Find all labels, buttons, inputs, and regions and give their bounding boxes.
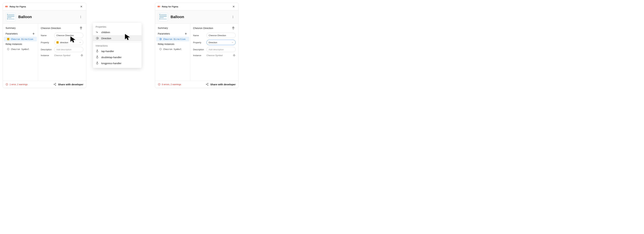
add-parameter-icon[interactable] bbox=[184, 32, 188, 35]
panel-footer: 0 errors, 2 warnings Share with develope… bbox=[155, 81, 238, 88]
component-title: Balloon bbox=[18, 15, 76, 19]
sidebar-parameters-label: Parameters bbox=[6, 32, 18, 35]
detail-title: Chevron Direction bbox=[193, 27, 213, 30]
sidebar-summary-label: Summary bbox=[158, 27, 168, 29]
relay-logo-icon bbox=[158, 6, 160, 8]
status-message[interactable]: 1 error, 2 warnings bbox=[6, 83, 28, 86]
sidebar: Summary Parameters Chevron Direction Rel… bbox=[155, 24, 190, 81]
property-select[interactable]: Direction bbox=[206, 40, 236, 45]
delete-icon[interactable] bbox=[79, 26, 83, 30]
share-button[interactable]: Share with developer bbox=[53, 83, 83, 86]
chevron-down-icon bbox=[79, 42, 81, 44]
close-icon[interactable] bbox=[231, 4, 236, 9]
description-field[interactable]: Add description bbox=[54, 47, 83, 52]
status-text: 1 error, 2 warnings bbox=[10, 83, 28, 86]
popover-heading-interactions: Interactions bbox=[93, 44, 142, 48]
sidebar-instances-label: Relay instances bbox=[158, 43, 174, 46]
panel-titlebar: Relay for Figma bbox=[3, 3, 86, 10]
sidebar-summary[interactable]: Summary bbox=[155, 25, 190, 31]
sidebar-parameters[interactable]: Parameters bbox=[155, 31, 190, 37]
popover-item-doubletap[interactable]: doubletap-handler bbox=[93, 54, 142, 60]
component-thumb-icon bbox=[6, 13, 16, 21]
app-title: Relay for Figma bbox=[162, 5, 178, 8]
svg-point-17 bbox=[234, 55, 234, 56]
chevron-down-icon bbox=[232, 42, 234, 44]
more-icon[interactable] bbox=[78, 14, 83, 19]
sidebar-parameters[interactable]: Parameters bbox=[3, 31, 38, 37]
name-value: Chevron Direction bbox=[56, 34, 74, 37]
add-parameter-icon[interactable] bbox=[32, 32, 35, 35]
svg-point-14 bbox=[233, 18, 233, 18]
label-name: Name bbox=[41, 34, 52, 37]
warning-icon: ! bbox=[56, 41, 59, 44]
svg-point-2 bbox=[80, 18, 81, 18]
diamond-icon bbox=[7, 48, 10, 50]
share-button[interactable]: Share with developer bbox=[206, 83, 236, 86]
popover-item-longpress[interactable]: longpress-handler bbox=[93, 60, 142, 66]
sidebar-summary[interactable]: Summary bbox=[3, 25, 38, 31]
sidebar-instances[interactable]: Relay instances bbox=[155, 42, 190, 47]
sidebar-item-chevron-symbol[interactable]: Chevron Symbol bbox=[3, 47, 38, 52]
share-icon bbox=[53, 83, 56, 86]
relay-panel-after: Relay for Figma Balloon Summary bbox=[155, 3, 238, 88]
longpress-icon bbox=[96, 62, 99, 65]
popover-item-label: longpress-handler bbox=[101, 62, 122, 65]
app-title: Relay for Figma bbox=[10, 5, 26, 8]
share-label: Share with developer bbox=[210, 83, 236, 86]
label-instance: Instance bbox=[193, 54, 205, 57]
instance-value: Chevron Symbol bbox=[54, 54, 79, 57]
direction-icon bbox=[159, 38, 162, 40]
popover-item-children[interactable]: children bbox=[93, 29, 142, 35]
alert-icon bbox=[6, 83, 8, 86]
sidebar-item-label: Chevron Symbol bbox=[11, 48, 29, 50]
status-message[interactable]: 0 errors, 2 warnings bbox=[158, 83, 181, 86]
detail-form: Chevron Direction Name Chevron Direction… bbox=[38, 24, 86, 81]
popover-item-tap[interactable]: tap-handler bbox=[93, 48, 142, 54]
name-value: Chevron Direction bbox=[209, 34, 226, 37]
popover-separator bbox=[93, 42, 142, 42]
component-thumb-icon bbox=[158, 13, 168, 21]
panel-header: Balloon bbox=[155, 10, 238, 24]
popover-item-direction[interactable]: Direction bbox=[93, 35, 142, 41]
property-value: Direction bbox=[209, 41, 217, 44]
direction-icon bbox=[96, 36, 99, 40]
sidebar-item-chevron-direction[interactable]: Chevron Direction bbox=[156, 37, 189, 42]
sidebar-parameters-label: Parameters bbox=[158, 32, 170, 35]
label-property: Property bbox=[193, 41, 205, 44]
description-field[interactable]: Add description bbox=[206, 47, 236, 52]
property-popover: Properties children Direction Interactio… bbox=[93, 23, 142, 68]
relay-logo-icon bbox=[5, 6, 8, 8]
children-icon bbox=[96, 30, 99, 34]
description-placeholder: Add description bbox=[209, 48, 224, 51]
share-icon bbox=[206, 83, 209, 86]
description-placeholder: Add description bbox=[56, 48, 72, 51]
relay-panel-before: Relay for Figma Balloon Summary bbox=[3, 3, 86, 88]
sidebar-item-chevron-direction[interactable]: ! Chevron Direction bbox=[4, 37, 37, 42]
panel-header: Balloon bbox=[3, 10, 86, 24]
label-description: Description bbox=[41, 48, 52, 51]
locate-icon[interactable] bbox=[80, 54, 83, 57]
popover-heading-properties: Properties bbox=[93, 24, 142, 29]
name-field[interactable]: Chevron Direction bbox=[54, 33, 83, 38]
locate-icon[interactable] bbox=[232, 54, 236, 57]
more-icon[interactable] bbox=[230, 14, 235, 19]
property-select[interactable]: ! direction bbox=[54, 40, 83, 45]
sidebar-item-label: Chevron Symbol bbox=[163, 48, 182, 50]
delete-icon[interactable] bbox=[231, 26, 236, 30]
sidebar-summary-label: Summary bbox=[6, 27, 16, 29]
svg-point-13 bbox=[233, 17, 233, 17]
popover-item-label: doubletap-handler bbox=[101, 56, 122, 59]
sidebar-instances-label: Relay instances bbox=[6, 43, 22, 46]
panel-footer: 1 error, 2 warnings Share with developer bbox=[3, 81, 86, 88]
name-field[interactable]: Chevron Direction bbox=[206, 33, 236, 38]
detail-title: Chevron Direction bbox=[41, 27, 61, 30]
sidebar: Summary Parameters ! Chevron Direction R… bbox=[3, 24, 38, 81]
sidebar-instances[interactable]: Relay instances bbox=[3, 42, 38, 47]
sidebar-item-chevron-symbol[interactable]: Chevron Symbol bbox=[155, 47, 190, 52]
popover-item-label: tap-handler bbox=[101, 50, 114, 53]
sidebar-item-label: Chevron Direction bbox=[11, 38, 33, 40]
label-instance: Instance bbox=[41, 54, 52, 57]
close-icon[interactable] bbox=[79, 4, 84, 9]
instance-value: Chevron Symbol bbox=[206, 54, 231, 57]
diamond-icon bbox=[159, 48, 162, 50]
